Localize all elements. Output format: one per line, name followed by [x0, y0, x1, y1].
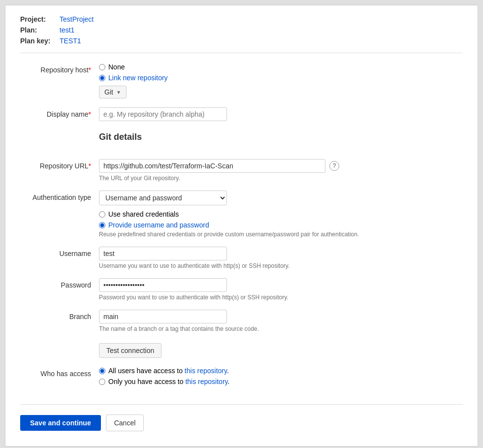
password-label: Password	[20, 278, 99, 289]
only-you-label: Only you have access to this repository.	[108, 378, 229, 385]
username-helper: Username you want to use to authenticate…	[99, 262, 463, 269]
repo-host-radio-group: None Link new repository	[99, 63, 463, 82]
link-repo-radio-label: Link new repository	[108, 74, 168, 82]
action-bar: Save and continue Cancel	[20, 415, 463, 431]
all-users-radio[interactable]	[99, 368, 105, 374]
repo-url-input[interactable]	[99, 159, 325, 173]
shared-credentials-radio[interactable]	[99, 211, 105, 218]
password-content: Password you want to use to authenticate…	[99, 278, 463, 301]
branch-content: The name of a branch or a tag that conta…	[99, 310, 463, 332]
only-you-radio[interactable]	[99, 379, 105, 385]
repo-url-label: Repository URL*	[20, 159, 99, 170]
chevron-down-icon: ▼	[116, 90, 121, 95]
password-row: Password Password you want to use to aut…	[20, 278, 463, 301]
credentials-radio-group: Use shared credentials Provide username …	[99, 210, 463, 229]
repo-url-helper: The URL of your Git repository.	[99, 175, 463, 182]
username-row: Username Username you want to use to aut…	[20, 247, 463, 269]
password-helper: Password you want to use to authenticate…	[99, 294, 463, 301]
provide-credentials-radio[interactable]	[99, 222, 105, 228]
none-radio-label: None	[108, 63, 125, 71]
plan-label: Plan:	[20, 26, 60, 34]
test-connection-button[interactable]: Test connection	[99, 343, 161, 358]
shared-credentials-item[interactable]: Use shared credentials	[99, 210, 463, 218]
none-radio[interactable]	[99, 64, 105, 70]
auth-type-label: Authentication type	[20, 191, 99, 201]
repo-url-row: Repository URL* ? The URL of your Git re…	[20, 159, 463, 182]
plan-key-label: Plan key:	[20, 37, 60, 45]
display-name-input[interactable]	[99, 107, 227, 121]
required-star: *	[89, 66, 91, 74]
repo-host-row: Repository host* None Link new repositor…	[20, 63, 463, 98]
who-has-access-content: All users have access to this repository…	[99, 367, 463, 385]
project-label: Project:	[20, 15, 60, 23]
repo-url-content: ? The URL of your Git repository.	[99, 159, 463, 182]
plan-value: test1	[60, 26, 74, 34]
git-dropdown-label: Git	[104, 88, 113, 96]
branch-helper: The name of a branch or a tag that conta…	[99, 325, 463, 332]
git-details-heading: Git details	[99, 132, 463, 142]
username-input[interactable]	[99, 247, 227, 260]
save-continue-button[interactable]: Save and continue	[20, 415, 101, 431]
display-name-label: Display name*	[20, 107, 99, 118]
provide-info-text: Reuse predefined shared credentials or p…	[99, 231, 463, 238]
auth-type-row: Authentication type Username and passwor…	[20, 191, 463, 238]
branch-label: Branch	[20, 310, 99, 320]
top-divider	[20, 53, 463, 53]
project-value: TestProject	[60, 15, 94, 23]
project-row: Project: TestProject	[20, 15, 463, 23]
who-has-access-label: Who has access	[20, 367, 99, 378]
url-row: ?	[99, 159, 463, 173]
link-repo-radio-item[interactable]: Link new repository	[99, 74, 463, 82]
help-icon[interactable]: ?	[329, 161, 339, 171]
branch-row: Branch The name of a branch or a tag tha…	[20, 310, 463, 332]
display-name-content	[99, 107, 463, 121]
git-details-heading-row: Git details	[20, 130, 463, 150]
link-repo-radio[interactable]	[99, 75, 105, 81]
plan-key-value: TEST1	[60, 37, 81, 45]
display-name-row: Display name*	[20, 107, 463, 121]
auth-type-select[interactable]: Username and password SSH key None	[99, 191, 227, 205]
username-content: Username you want to use to authenticate…	[99, 247, 463, 269]
test-connection-row: Test connection	[20, 341, 463, 358]
provide-credentials-item[interactable]: Provide username and password	[99, 221, 463, 229]
all-users-access-item[interactable]: All users have access to this repository…	[99, 367, 463, 375]
all-users-label: All users have access to this repository…	[108, 367, 229, 375]
repo-host-label: Repository host*	[20, 63, 99, 74]
password-input[interactable]	[99, 278, 227, 292]
form-section: Repository host* None Link new repositor…	[20, 63, 463, 394]
cancel-button[interactable]: Cancel	[106, 415, 144, 431]
username-label: Username	[20, 247, 99, 257]
auth-type-content: Username and password SSH key None Use s…	[99, 191, 463, 238]
all-users-link[interactable]: this repository	[185, 367, 227, 375]
shared-credentials-label: Use shared credentials	[108, 210, 179, 218]
test-connection-content: Test connection	[99, 341, 463, 358]
main-container: Project: TestProject Plan: test1 Plan ke…	[5, 5, 478, 447]
git-dropdown-button[interactable]: Git ▼	[99, 86, 127, 98]
who-has-access-row: Who has access All users have access to …	[20, 367, 463, 385]
plan-key-row: Plan key: TEST1	[20, 37, 463, 45]
branch-input[interactable]	[99, 310, 227, 323]
provide-credentials-label: Provide username and password	[108, 221, 209, 229]
none-radio-item[interactable]: None	[99, 63, 463, 71]
only-you-link[interactable]: this repository	[185, 378, 227, 385]
test-connection-label: Test connection	[106, 347, 154, 354]
plan-row: Plan: test1	[20, 26, 463, 34]
access-radio-group: All users have access to this repository…	[99, 367, 463, 385]
bottom-divider	[20, 404, 463, 405]
repo-host-content: None Link new repository Git ▼	[99, 63, 463, 98]
only-you-access-item[interactable]: Only you have access to this repository.	[99, 378, 463, 385]
meta-section: Project: TestProject Plan: test1 Plan ke…	[20, 15, 463, 45]
